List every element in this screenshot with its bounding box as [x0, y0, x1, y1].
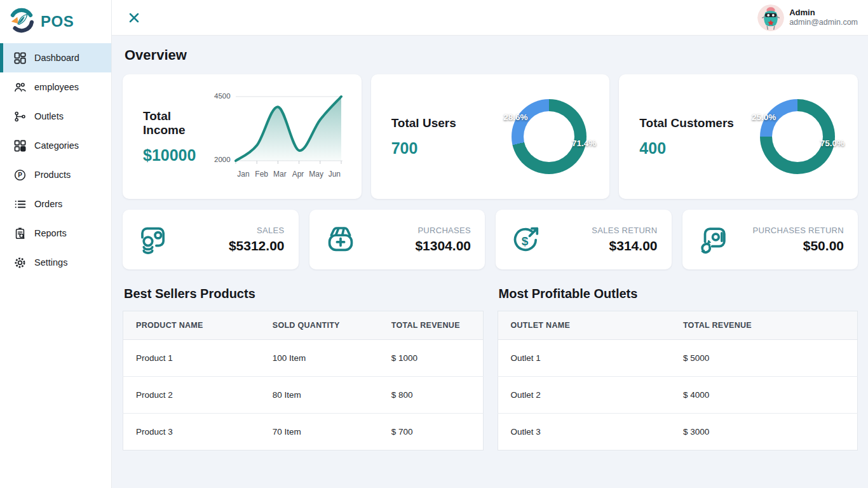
card-title: Total Users — [391, 116, 456, 130]
bag-plus-icon — [323, 222, 358, 257]
main-column: Admin admin@admin.com Overview Total Inc… — [112, 0, 868, 488]
total-income-card: Total Income $10000 4500 2000 — [123, 74, 362, 199]
sidebar-item-dashboard[interactable]: Dashboard — [0, 43, 111, 72]
y-axis-tick: 2000 — [210, 156, 231, 163]
column-header: PRODUCT NAME — [123, 311, 260, 340]
table-row: Product 3 70 Item $ 700 — [123, 414, 484, 451]
list-icon — [13, 198, 26, 210]
svg-text:$: $ — [522, 234, 529, 248]
section-title: Best Sellers Products — [124, 287, 484, 301]
column-header: TOTAL REVENUE — [379, 311, 483, 340]
sidebar-item-orders[interactable]: Orders — [0, 189, 111, 219]
stat-value: $1304.00 — [415, 238, 471, 254]
sidebar-item-label: Dashboard — [34, 53, 79, 63]
x-tick: Apr — [289, 170, 308, 179]
total-customers-card: Total Customers 400 25.0% 75.0% — [619, 74, 858, 199]
sidebar-nav: Dashboard employees Outlets — [0, 43, 111, 277]
best-sellers-table: PRODUCT NAME SOLD QUANTITY TOTAL REVENUE… — [123, 311, 484, 451]
sales-return-stat-card: $ SALES RETURN $314.00 — [496, 210, 672, 269]
sidebar-item-products[interactable]: P Products — [0, 160, 111, 189]
table-cell: 80 Item — [260, 377, 379, 414]
table-cell: $ 1000 — [379, 340, 483, 377]
table-row: Outlet 2 $ 4000 — [498, 377, 858, 414]
column-header: TOTAL REVENUE — [670, 311, 858, 340]
dashboard-content: Overview Total Income $10000 4500 2000 — [112, 36, 868, 488]
table-header-row: PRODUCT NAME SOLD QUANTITY TOTAL REVENUE — [123, 311, 484, 340]
tables-row: Best Sellers Products PRODUCT NAME SOLD … — [123, 287, 858, 451]
card-value: 400 — [639, 139, 734, 158]
table-header-row: OUTLET NAME TOTAL REVENUE — [498, 311, 858, 340]
donut-label: 75.0% — [820, 139, 844, 148]
x-tick: Jun — [325, 170, 344, 179]
column-header: SOLD QUANTITY — [260, 311, 379, 340]
wallet-refresh-icon — [696, 222, 731, 257]
sidebar-item-label: employees — [34, 82, 79, 92]
customers-donut-chart: 25.0% 75.0% — [760, 99, 835, 174]
table-cell: Product 2 — [123, 377, 260, 414]
sidebar-item-label: Products — [34, 170, 71, 180]
donut-hole — [524, 111, 574, 162]
sidebar-item-employees[interactable]: employees — [0, 72, 111, 102]
brand-logo[interactable]: POS — [0, 0, 111, 43]
best-sellers-section: Best Sellers Products PRODUCT NAME SOLD … — [123, 287, 484, 451]
table-cell: Outlet 1 — [498, 340, 670, 377]
summary-cards-row: Total Income $10000 4500 2000 — [123, 74, 858, 199]
x-axis-labels: Jan Feb Mar Apr May Jun — [234, 170, 344, 179]
report-search-icon — [13, 227, 26, 240]
column-header: OUTLET NAME — [498, 311, 670, 340]
card-title: Total Income — [143, 109, 210, 137]
x-tick: May — [307, 170, 325, 179]
stat-label: PURCHASES — [415, 226, 471, 235]
donut-label: 25.0% — [752, 112, 776, 122]
stat-label: PURCHASES RETURN — [753, 226, 844, 235]
stat-value: $314.00 — [592, 238, 657, 254]
people-icon — [13, 81, 26, 93]
sidebar-item-label: Categories — [34, 140, 79, 151]
section-title: Most Profitable Outlets — [499, 287, 858, 301]
brand-name: POS — [41, 13, 74, 30]
x-tick: Jan — [234, 170, 253, 179]
table-cell: Outlet 2 — [498, 377, 670, 414]
page-title: Overview — [125, 47, 858, 64]
svg-text:P: P — [18, 172, 22, 179]
sidebar: POS Dashboard employees — [0, 0, 112, 488]
branch-hierarchy-icon — [13, 110, 26, 123]
table-cell: $ 800 — [379, 377, 483, 414]
sidebar-item-outlets[interactable]: Outlets — [0, 102, 111, 131]
user-email: admin@admin.com — [789, 18, 858, 28]
sales-stat-card: SALES $5312.00 — [123, 210, 299, 269]
sidebar-item-label: Reports — [34, 228, 67, 238]
table-cell: $ 700 — [379, 414, 483, 451]
sidebar-item-label: Orders — [34, 199, 62, 209]
gear-icon — [13, 256, 26, 269]
table-cell: Outlet 3 — [498, 414, 670, 451]
area-chart-svg — [234, 95, 344, 166]
user-menu[interactable]: Admin admin@admin.com — [757, 4, 858, 31]
user-name: Admin — [789, 8, 858, 18]
card-value: $10000 — [143, 146, 210, 165]
close-icon[interactable] — [126, 10, 142, 26]
categories-grid-icon — [13, 139, 26, 152]
table-cell: $ 5000 — [670, 340, 858, 377]
stat-label: SALES — [229, 226, 285, 235]
donut-label: 28.6% — [503, 112, 527, 122]
donut-label: 71.4% — [572, 139, 596, 148]
table-cell: Product 3 — [123, 414, 260, 451]
table-row: Product 2 80 Item $ 800 — [123, 377, 484, 414]
table-cell: $ 3000 — [670, 414, 858, 451]
pos-logo-icon — [8, 7, 35, 36]
sidebar-item-label: Settings — [34, 257, 67, 268]
wallet-coins-icon — [137, 222, 171, 257]
sidebar-item-settings[interactable]: Settings — [0, 248, 111, 277]
table-cell: 100 Item — [260, 340, 379, 377]
stat-label: SALES RETURN — [592, 226, 657, 235]
profitable-outlets-section: Most Profitable Outlets OUTLET NAME TOTA… — [498, 287, 858, 451]
total-users-card: Total Users 700 28.6% 71.4% — [371, 74, 610, 199]
table-cell: $ 4000 — [670, 377, 858, 414]
stat-value: $50.00 — [753, 238, 844, 254]
sidebar-item-reports[interactable]: Reports — [0, 219, 111, 248]
card-value: 700 — [391, 139, 456, 158]
sidebar-item-categories[interactable]: Categories — [0, 131, 111, 160]
users-donut-chart: 28.6% 71.4% — [512, 99, 587, 174]
topbar: Admin admin@admin.com — [112, 0, 868, 36]
